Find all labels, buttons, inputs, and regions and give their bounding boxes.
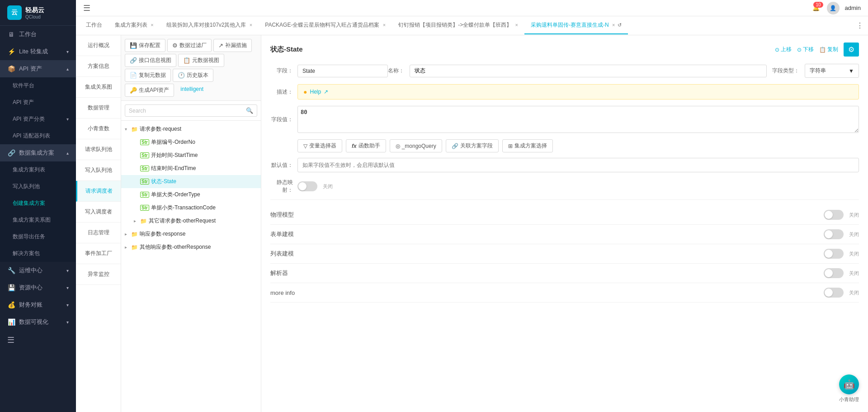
tab-close-4[interactable]: × — [515, 22, 518, 28]
history-button[interactable]: 🕐 历史版本 — [173, 69, 213, 82]
physical-model-toggle[interactable] — [824, 210, 844, 220]
supplement-button[interactable]: ↗ 补漏措施 — [213, 39, 252, 52]
tree-node-request-params[interactable]: ▾ 📁 请求参数-request — [121, 123, 261, 136]
tree-node-order-no[interactable]: Str 单据编号-OrderNo — [121, 136, 261, 149]
sidebar-item-software[interactable]: 软件平台 — [0, 77, 76, 94]
left-nav-xiao-qing[interactable]: 小青查数 — [76, 118, 121, 139]
sidebar-item-export-tasks[interactable]: 数据导出任务 — [0, 228, 76, 245]
sidebar-item-label: 资源中心 — [19, 284, 42, 292]
field-name-input[interactable] — [297, 65, 388, 77]
default-value-input[interactable] — [297, 158, 859, 172]
search-input[interactable] — [129, 108, 246, 114]
left-nav-log-mgmt[interactable]: 日志管理 — [76, 223, 121, 243]
field-type-select[interactable]: 字符串 ▼ — [805, 64, 859, 78]
tab-workbench[interactable]: 工作台 — [80, 17, 108, 34]
sidebar-item-dataviz[interactable]: 📊 数据可视化 ▾ — [0, 313, 76, 331]
tabs-more-button[interactable]: ⋮ — [852, 21, 868, 30]
left-nav-data-mgmt[interactable]: 数据管理 — [76, 98, 121, 118]
sidebar-item-api-asset[interactable]: API 资产 — [0, 94, 76, 111]
assistant-button[interactable]: 🤖 小青助理 — [839, 374, 859, 403]
tab-solution-list[interactable]: 集成方案列表 × — [108, 17, 160, 34]
solution-select-button[interactable]: ⊞ 集成方案选择 — [502, 139, 553, 152]
sidebar-item-write-queue[interactable]: 写入队列池 — [0, 178, 76, 195]
app-logo: 云 轻易云 QCloud — [0, 0, 76, 26]
tab-nail[interactable]: 钉钉报销【项目报销类】->全蝶付款单【班西】 × — [392, 17, 524, 34]
mongo-query-button[interactable]: ◎ _mongoQuery — [390, 139, 442, 152]
global-header: ☰ 🔔 10 👤 admin — [76, 0, 868, 16]
tree-node-other-request[interactable]: ▸ 📁 其它请求参数-otherRequest — [121, 214, 261, 227]
sidebar-sub-label: API 适配器列表 — [13, 132, 50, 140]
tree-expand-icon: ▸ — [134, 218, 140, 223]
up-action[interactable]: ⊙ 上移 — [775, 46, 792, 53]
tab-close-1[interactable]: × — [151, 22, 153, 28]
form-model-toggle[interactable] — [824, 229, 844, 239]
tree-node-state[interactable]: Str 状态-State — [121, 175, 261, 188]
sidebar-item-finance[interactable]: 💰 财务对账 ▾ — [0, 296, 76, 313]
tab-close-5[interactable]: × — [612, 22, 615, 28]
copy-data-button[interactable]: 📄 复制元数据 — [125, 69, 171, 82]
tab-close-2[interactable]: × — [250, 22, 252, 28]
left-nav-event-factory[interactable]: 事件加工厂 — [76, 243, 121, 264]
sidebar-item-solution-list[interactable]: 集成方案列表 — [0, 161, 76, 178]
left-nav-request-queue[interactable]: 请求队列池 — [76, 139, 121, 160]
down-action[interactable]: ⊙ 下移 — [797, 46, 814, 53]
help-external-icon[interactable]: ↗ — [324, 89, 328, 95]
tree-node-response-params[interactable]: ▸ 📁 响应参数-response — [121, 227, 261, 241]
tree-node-other-response[interactable]: ▸ 📁 其他响应参数-otherResponse — [121, 241, 261, 254]
parser-toggle[interactable] — [824, 268, 844, 278]
static-mapping-toggle[interactable] — [297, 181, 317, 191]
field-alias-input[interactable] — [410, 65, 767, 77]
related-field-button[interactable]: 🔗 关联方案字段 — [446, 139, 499, 152]
var-selector-button[interactable]: ▽ 变量选择器 — [297, 139, 342, 152]
field-name-label: 字段： — [270, 67, 297, 75]
user-profile[interactable]: 👤 admin — [827, 2, 861, 14]
sidebar-item-workbench[interactable]: 🖥 工作台 — [0, 26, 76, 43]
left-nav-write-dispatcher[interactable]: 写入调度者 — [76, 202, 121, 223]
left-nav-error-monitor[interactable]: 异常监控 — [76, 264, 121, 285]
center-panel: 💾 保存配置 ⚙ 数据过滤厂 ↗ 补漏措施 🔗 接口信息视图 📋 元数 — [121, 35, 261, 412]
more-info-toggle[interactable] — [824, 288, 844, 298]
sidebar-item-more[interactable]: ☰ — [0, 331, 76, 350]
sidebar-item-solution-graph[interactable]: 集成方案关系图 — [0, 212, 76, 228]
tab-purchase[interactable]: 采购退料单固传-赛意直接生成-N × ↺ — [524, 17, 628, 34]
left-nav-integration-graph[interactable]: 集成关系图 — [76, 77, 121, 98]
tree-node-transaction-code[interactable]: Str 单据小类-TransactionCode — [121, 201, 261, 214]
save-config-button[interactable]: 💾 保存配置 — [125, 39, 165, 52]
tab-refresh-5[interactable]: ↺ — [618, 22, 622, 28]
sidebar-item-resources[interactable]: 💾 资源中心 ▾ — [0, 279, 76, 296]
tab-package[interactable]: PACKAGE-全蝶云星辰物料写入旺占通货品档案 × — [259, 17, 392, 34]
left-nav-solution-info[interactable]: 方案信息 — [76, 56, 121, 77]
sidebar-item-lite[interactable]: ⚡ Lite 轻集成 ▾ — [0, 43, 76, 60]
notification-button[interactable]: 🔔 10 — [812, 5, 820, 11]
field-value-textarea[interactable] — [297, 106, 859, 133]
copy-action[interactable]: 📋 复制 — [819, 46, 838, 53]
sidebar-item-solution-pkg[interactable]: 解决方案包 — [0, 245, 76, 262]
tab-unpack[interactable]: 组装拆卸入库对接107v2其他入库 × — [160, 17, 259, 34]
list-model-toggle[interactable] — [824, 249, 844, 259]
sidebar-item-data-integration[interactable]: 🔗 数据集成方案 ▴ — [0, 144, 76, 161]
hamburger-button[interactable]: ☰ — [83, 3, 90, 13]
tree-node-start-time[interactable]: Str 开始时间-StartTime — [121, 149, 261, 162]
sidebar-item-create-solution[interactable]: 创建集成方案 — [0, 195, 76, 212]
left-nav-request-dispatcher[interactable]: 请求调度者 — [76, 181, 121, 202]
intelligent-button[interactable]: intelligent — [176, 84, 208, 97]
tree-node-end-time[interactable]: Str 结束时间-EndTime — [121, 162, 261, 175]
func-helper-button[interactable]: fx 函数助手 — [346, 139, 386, 152]
sidebar-sub-label: 软件平台 — [13, 82, 34, 90]
sidebar-item-api-adapter[interactable]: API 适配器列表 — [0, 128, 76, 144]
toggle-knob — [825, 211, 833, 219]
left-nav-overview[interactable]: 运行概况 — [76, 35, 121, 56]
tab-close-3[interactable]: × — [383, 22, 386, 28]
help-link[interactable]: Help — [310, 89, 321, 95]
workbench-icon: 🖥 — [7, 31, 15, 38]
meta-view-button[interactable]: 📋 元数据视图 — [178, 54, 224, 67]
sidebar-item-api-category[interactable]: API 资产分类 ▾ — [0, 111, 76, 128]
data-filter-button[interactable]: ⚙ 数据过滤厂 — [167, 39, 212, 52]
gen-api-button[interactable]: 🔑 生成API资产 — [125, 84, 174, 97]
settings-gear-button[interactable]: ⚙ — [844, 43, 859, 57]
sidebar-item-ops[interactable]: 🔧 运维中心 ▾ — [0, 262, 76, 279]
sidebar-item-api[interactable]: 📦 API 资产 ▴ — [0, 60, 76, 77]
api-info-button[interactable]: 🔗 接口信息视图 — [125, 54, 176, 67]
tree-node-order-type[interactable]: Str 单据大类-OrderType — [121, 188, 261, 201]
left-nav-write-queue[interactable]: 写入队列池 — [76, 160, 121, 181]
